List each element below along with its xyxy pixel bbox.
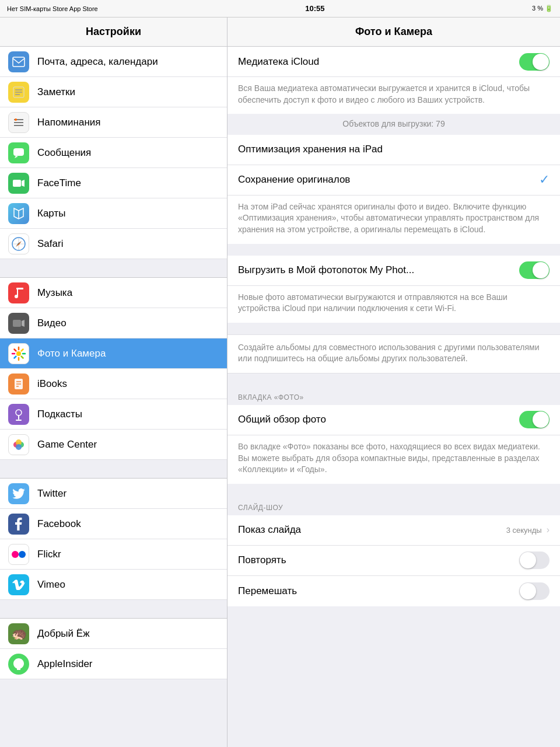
- svg-marker-12: [22, 180, 24, 187]
- video-icon: [8, 313, 29, 334]
- status-carrier: Нет SIM-карты Store App Store: [7, 5, 98, 12]
- photo-summary-label: Общий обзор фото: [238, 414, 519, 425]
- svg-line-32: [15, 356, 16, 358]
- repeat-toggle-thumb: [520, 552, 536, 568]
- header: Настройки Фото и Камера: [0, 18, 560, 47]
- facetime-label: FaceTime: [37, 177, 81, 189]
- sidebar-item-appleinsider[interactable]: AppleInsider: [0, 649, 227, 679]
- repeat-row: Повторять: [228, 546, 560, 576]
- ibooks-icon: [8, 374, 29, 395]
- sidebar-item-facebook[interactable]: Facebook: [0, 509, 227, 539]
- facebook-label: Facebook: [37, 518, 81, 530]
- twitter-label: Twitter: [37, 488, 66, 500]
- repeat-toggle[interactable]: [519, 551, 550, 569]
- storage-description: На этом iPad сейчас хранятся оригиналы ф…: [228, 196, 560, 244]
- vimeo-icon: [8, 574, 29, 595]
- svg-marker-10: [15, 156, 18, 158]
- safari-icon: [8, 233, 29, 254]
- slide-duration-value: 3 секунды: [506, 526, 542, 535]
- notes-icon: [8, 82, 29, 103]
- podcasts-label: Подкасты: [37, 409, 82, 420]
- slide-duration-chevron: ›: [547, 525, 550, 535]
- video-label: Видео: [37, 317, 66, 329]
- shuffle-label: Перемешать: [238, 585, 519, 597]
- shuffle-toggle[interactable]: [519, 582, 550, 600]
- save-originals-row[interactable]: Сохранение оригиналов ✓: [228, 165, 560, 196]
- shared-albums-section: Создайте альбомы для совместного использ…: [228, 334, 560, 374]
- gap-3: [228, 374, 560, 385]
- icloud-library-toggle-thumb: [533, 54, 549, 70]
- sidebar-item-vimeo[interactable]: Vimeo: [0, 570, 227, 600]
- svg-line-29: [15, 349, 16, 351]
- icloud-library-toggle-track: [519, 53, 550, 71]
- facebook-icon: [8, 514, 29, 535]
- svg-rect-11: [13, 180, 21, 187]
- facetime-icon: [8, 173, 29, 194]
- content-panel: Медиатека iCloud Вся Ваша медиатека авто…: [228, 47, 560, 747]
- storage-optimization-row[interactable]: Оптимизация хранения на iPad: [228, 135, 560, 165]
- sidebar-item-dobryi[interactable]: 🦔 Добрый Ёж: [0, 619, 227, 649]
- sidebar-item-facetime[interactable]: FaceTime: [0, 168, 227, 198]
- photo-tab-description: Во вкладке «Фото» показаны все фото, нах…: [228, 435, 560, 484]
- slideshow-section: Показ слайда 3 секунды › Повторять Перем…: [228, 515, 560, 606]
- gap-2: [228, 323, 560, 334]
- svg-line-30: [22, 356, 23, 358]
- podcasts-icon: [8, 404, 29, 425]
- icloud-library-description: Вся Ваша медиатека автоматически выгружа…: [228, 77, 560, 114]
- appleinsider-icon: [8, 654, 29, 675]
- photo-stream-description: Новые фото автоматически выгружаются и о…: [228, 286, 560, 323]
- icloud-library-toggle[interactable]: [519, 53, 550, 71]
- sidebar-item-photos[interactable]: Фото и Камера: [0, 338, 227, 369]
- gap-1: [228, 244, 560, 256]
- sidebar-item-ibooks[interactable]: iBooks: [0, 369, 227, 399]
- photo-summary-toggle-thumb: [533, 411, 549, 428]
- sidebar-divider-3: [0, 600, 227, 619]
- mail-icon: [8, 51, 29, 72]
- slide-duration-row[interactable]: Показ слайда 3 секунды ›: [228, 515, 560, 546]
- photo-summary-toggle-track: [519, 411, 550, 428]
- photo-tab-header: ВКЛАДКА «ФОТО»: [228, 385, 560, 405]
- appleinsider-label: AppleInsider: [37, 658, 93, 670]
- sidebar-item-twitter[interactable]: Twitter: [0, 479, 227, 509]
- svg-rect-9: [13, 148, 24, 156]
- mail-label: Почта, адреса, календари: [37, 56, 158, 68]
- slideshow-header: СЛАЙД-ШОУ: [228, 495, 560, 515]
- shuffle-toggle-thumb: [520, 583, 536, 599]
- header-settings-title: Настройки: [0, 18, 228, 46]
- sidebar-item-video[interactable]: Видео: [0, 308, 227, 338]
- sidebar-item-gamecenter[interactable]: Game Center: [0, 430, 227, 460]
- icloud-library-section: Медиатека iCloud Вся Ваша медиатека авто…: [228, 47, 560, 114]
- svg-rect-0: [13, 57, 24, 67]
- flickr-label: Flickr: [37, 549, 61, 560]
- sidebar-item-music[interactable]: Музыка: [0, 278, 227, 308]
- dobryi-label: Добрый Ёж: [37, 628, 90, 640]
- svg-point-24: [16, 351, 21, 356]
- storage-section: Оптимизация хранения на iPad Сохранение …: [228, 135, 560, 244]
- photos-label: Фото и Камера: [37, 348, 106, 359]
- sidebar-item-reminders[interactable]: Напоминания: [0, 107, 227, 138]
- dobryi-icon: 🦔: [8, 623, 29, 644]
- shuffle-row: Перемешать: [228, 576, 560, 606]
- sidebar-item-flickr[interactable]: Flickr: [0, 539, 227, 570]
- sidebar-item-maps[interactable]: Карты: [0, 198, 227, 229]
- sidebar-item-mail[interactable]: Почта, адреса, календари: [0, 47, 227, 77]
- safari-label: Safari: [37, 238, 63, 250]
- svg-line-31: [22, 349, 23, 351]
- photo-stream-toggle-thumb: [533, 262, 549, 278]
- photo-summary-toggle[interactable]: [519, 411, 550, 428]
- save-originals-label: Сохранение оригиналов: [238, 174, 539, 186]
- objects-count: Объектов для выгрузки: 79: [228, 114, 560, 135]
- svg-point-44: [12, 551, 19, 558]
- music-label: Музыка: [37, 287, 72, 299]
- sidebar-item-safari[interactable]: Safari: [0, 229, 227, 259]
- reminders-label: Напоминания: [37, 117, 101, 128]
- sidebar-item-notes[interactable]: Заметки: [0, 77, 227, 107]
- photo-summary-row: Общий обзор фото: [228, 405, 560, 435]
- maps-label: Карты: [37, 208, 65, 219]
- sidebar-item-messages[interactable]: Сообщения: [0, 138, 227, 168]
- storage-optimization-label: Оптимизация хранения на iPad: [238, 144, 550, 155]
- save-originals-check: ✓: [539, 172, 550, 187]
- sidebar-item-podcasts[interactable]: Подкасты: [0, 399, 227, 430]
- photo-stream-toggle[interactable]: [519, 261, 550, 279]
- svg-point-8: [15, 118, 17, 121]
